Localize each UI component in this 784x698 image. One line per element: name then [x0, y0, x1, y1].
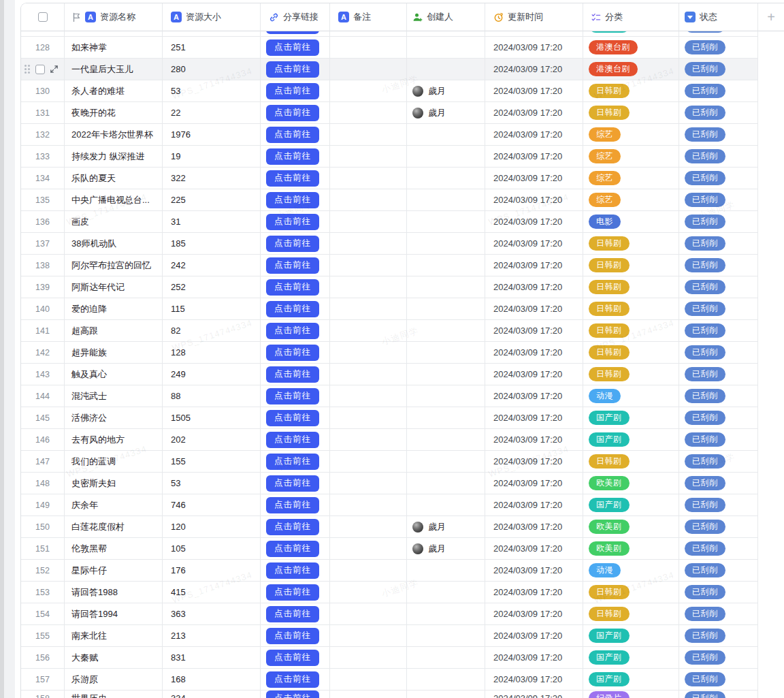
resource-size-cell[interactable]: 249 — [163, 364, 261, 385]
row-index-cell[interactable]: 151 — [21, 538, 65, 560]
go-to-link-button[interactable]: 点击前往 — [266, 214, 319, 230]
note-cell[interactable] — [330, 625, 407, 647]
updated-time-cell[interactable]: 2024/03/09 17:20 — [485, 538, 583, 560]
resource-name-cell[interactable]: 去有风的地方 — [65, 429, 163, 451]
expand-record-icon[interactable] — [50, 65, 59, 74]
status-cell[interactable]: 已刮削 — [679, 59, 758, 80]
category-cell[interactable]: 欧美剧 — [583, 473, 679, 494]
select-all-checkbox[interactable] — [38, 12, 48, 22]
row-index-cell[interactable]: 130 — [21, 80, 65, 102]
resource-name-cell[interactable]: 请回答1994 — [65, 603, 163, 625]
resource-size-cell[interactable]: 242 — [163, 255, 261, 276]
resource-size-cell[interactable]: 322 — [163, 168, 261, 189]
category-cell[interactable]: 港澳台剧 — [583, 59, 679, 80]
updated-time-cell[interactable]: 2024/03/09 17:20 — [485, 211, 583, 233]
note-cell[interactable] — [330, 647, 407, 669]
creator-cell[interactable] — [407, 603, 485, 625]
status-cell[interactable]: 已刮削 — [679, 320, 758, 342]
row-index-cell[interactable]: 134 — [21, 168, 65, 189]
go-to-link-button[interactable]: 点击前往 — [266, 671, 319, 688]
creator-cell[interactable] — [407, 647, 485, 669]
resource-size-cell[interactable]: 22 — [163, 102, 261, 124]
updated-time-cell[interactable]: 2024/03/09 17:20 — [485, 59, 583, 80]
resource-size-cell[interactable]: 213 — [163, 625, 261, 647]
status-cell[interactable]: 已刮削 — [679, 298, 758, 320]
category-cell[interactable]: 综艺 — [583, 168, 679, 189]
updated-time-cell[interactable]: 2024/03/09 17:20 — [485, 168, 583, 189]
go-to-link-button[interactable]: 点击前往 — [266, 345, 319, 361]
resource-name-cell[interactable]: 乐游原 — [65, 669, 163, 691]
note-cell[interactable] — [330, 407, 407, 429]
status-cell[interactable]: 已刮削 — [679, 691, 758, 698]
note-cell[interactable] — [330, 669, 407, 691]
updated-time-cell[interactable]: 2024/03/09 17:20 — [485, 385, 583, 407]
go-to-link-button[interactable]: 点击前往 — [266, 691, 319, 698]
creator-cell[interactable] — [407, 385, 485, 407]
row-index-cell[interactable]: 135 — [21, 189, 65, 211]
resource-name-cell[interactable]: 南来北往 — [65, 625, 163, 647]
category-cell[interactable]: 日韩剧 — [583, 342, 679, 364]
updated-time-cell[interactable]: 2024/03/09 17:20 — [485, 516, 583, 538]
row-index-cell[interactable]: 136 — [21, 211, 65, 233]
share-link-cell[interactable]: 点击前往 — [261, 385, 330, 407]
updated-time-cell[interactable]: 2024/03/09 17:20 — [485, 342, 583, 364]
category-cell[interactable]: 欧美剧 — [583, 516, 679, 538]
updated-time-cell[interactable]: 2024/03/09 17:20 — [485, 560, 583, 582]
row-index-cell[interactable]: 157 — [21, 669, 65, 691]
row-index-cell[interactable]: 140 — [21, 298, 65, 320]
creator-cell[interactable] — [407, 233, 485, 255]
updated-time-cell[interactable]: 2024/03/09 17:20 — [485, 603, 583, 625]
note-cell[interactable] — [330, 516, 407, 538]
go-to-link-button[interactable]: 点击前往 — [266, 388, 319, 404]
status-cell[interactable]: 已刮削 — [679, 80, 758, 102]
category-cell[interactable]: 日韩剧 — [583, 233, 679, 255]
row-index-cell[interactable]: 147 — [21, 451, 65, 473]
resource-name-cell[interactable]: 38师机动队 — [65, 233, 163, 255]
resource-size-cell[interactable]: 251 — [163, 37, 261, 59]
category-cell[interactable]: 国产剧 — [583, 669, 679, 691]
column-header-share-link[interactable]: 分享链接 — [261, 3, 330, 31]
status-cell[interactable]: 已刮削 — [679, 494, 758, 516]
category-cell[interactable]: 综艺 — [583, 124, 679, 146]
updated-time-cell[interactable]: 2024/03/09 17:20 — [485, 102, 583, 124]
row-index-cell[interactable]: 144 — [21, 385, 65, 407]
updated-time-cell[interactable]: 2024/03/09 17:20 — [485, 647, 583, 669]
resource-size-cell[interactable]: 252 — [163, 276, 261, 298]
resource-size-cell[interactable]: 334 — [163, 691, 261, 698]
note-cell[interactable] — [330, 538, 407, 560]
status-cell[interactable]: 已刮削 — [679, 168, 758, 189]
note-cell[interactable] — [330, 494, 407, 516]
resource-name-cell[interactable]: 我们的蓝调 — [65, 451, 163, 473]
category-cell[interactable]: 日韩剧 — [583, 102, 679, 124]
creator-cell[interactable] — [407, 298, 485, 320]
resource-name-cell[interactable]: 夜晚开的花 — [65, 102, 163, 124]
category-cell[interactable]: 综艺 — [583, 189, 679, 211]
go-to-link-button[interactable]: 点击前往 — [266, 31, 319, 34]
resource-name-cell[interactable]: 中央广播电视总台... — [65, 189, 163, 211]
status-cell[interactable]: 已刮削 — [679, 146, 758, 168]
note-cell[interactable] — [330, 320, 407, 342]
resource-size-cell[interactable]: 82 — [163, 320, 261, 342]
go-to-link-button[interactable]: 点击前往 — [266, 410, 319, 426]
resource-name-cell[interactable]: 超高跟 — [65, 320, 163, 342]
status-cell[interactable]: 已刮削 — [679, 124, 758, 146]
category-cell[interactable]: 国产剧 — [583, 429, 679, 451]
creator-cell[interactable] — [407, 473, 485, 494]
category-cell[interactable]: 日韩剧 — [583, 298, 679, 320]
share-link-cell[interactable]: 点击前往 — [261, 189, 330, 211]
go-to-link-button[interactable]: 点击前往 — [266, 257, 319, 274]
row-index-cell[interactable]: 156 — [21, 647, 65, 669]
share-link-cell[interactable]: 点击前往 — [261, 429, 330, 451]
row-index-cell[interactable]: 141 — [21, 320, 65, 342]
updated-time-cell[interactable]: 2024/03/09 17:20 — [485, 233, 583, 255]
drag-handle[interactable] — [24, 65, 30, 74]
share-link-cell[interactable]: 点击前往 — [261, 211, 330, 233]
row-index-cell[interactable]: 132 — [21, 124, 65, 146]
resource-name-cell[interactable]: 大秦赋 — [65, 647, 163, 669]
share-link-cell[interactable]: 点击前往 — [261, 691, 330, 698]
creator-cell[interactable]: 歲月 — [407, 102, 485, 124]
updated-time-cell[interactable]: 2024/03/09 17:20 — [485, 80, 583, 102]
resource-name-cell[interactable]: 2022年卡塔尔世界杯 — [65, 124, 163, 146]
status-cell[interactable]: 已刮削 — [679, 451, 758, 473]
resource-size-cell[interactable] — [163, 31, 261, 37]
